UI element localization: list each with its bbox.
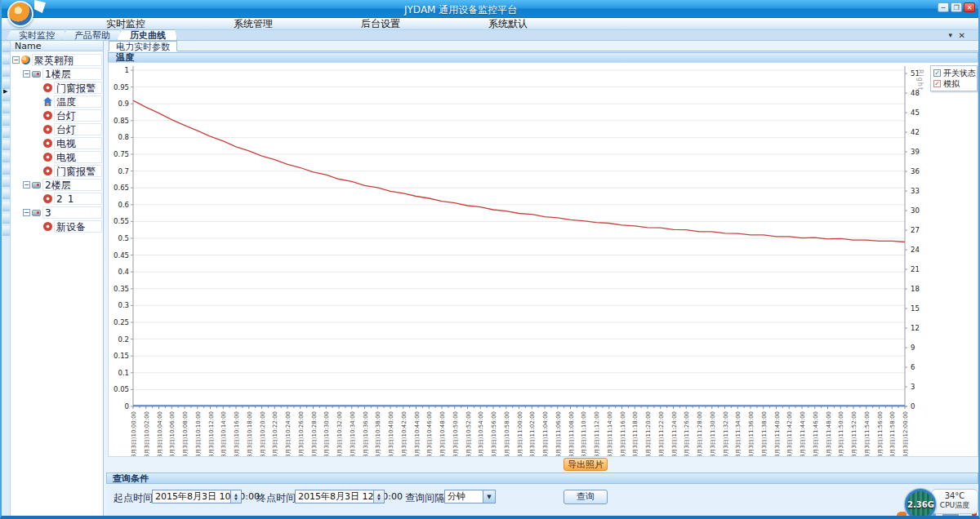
tree-node-label[interactable]: 1楼层 xyxy=(42,68,102,80)
tree-node[interactable]: 新设备 xyxy=(11,220,103,233)
svg-text:24: 24 xyxy=(911,246,920,254)
export-image-button[interactable]: 导出照片 xyxy=(564,458,608,471)
menu-bar: 实时监控系统管理后台设置系统默认 xyxy=(2,18,978,30)
svg-text:(8月3日)11:14:00: (8月3日)11:14:00 xyxy=(607,411,613,456)
svg-text:(8月3日)10:58:00: (8月3日)10:58:00 xyxy=(504,411,510,456)
query-conditions-header: 查询条件 xyxy=(106,472,978,484)
svg-text:39: 39 xyxy=(911,148,920,156)
svg-text:21: 21 xyxy=(911,265,920,273)
tree-node-label[interactable]: 2楼层 xyxy=(42,179,102,191)
tree-node[interactable]: 台灯 xyxy=(11,109,103,122)
interval-label: 查询间隔 xyxy=(405,491,444,505)
tree-node-label[interactable]: 门窗报警 xyxy=(54,82,102,94)
svg-text:18: 18 xyxy=(911,285,920,293)
tree-node[interactable]: −1楼层 xyxy=(11,67,103,81)
tree-expander-icon[interactable]: − xyxy=(23,209,30,216)
query-button[interactable]: 查询 xyxy=(564,490,608,504)
svg-text:0.65: 0.65 xyxy=(114,184,129,192)
legend-checkbox[interactable]: ✓ xyxy=(933,80,941,87)
svg-text:0.5: 0.5 xyxy=(118,234,129,242)
svg-text:(8月3日)10:20:00: (8月3日)10:20:00 xyxy=(260,411,266,456)
svg-text:(8月3日)10:16:00: (8月3日)10:16:00 xyxy=(234,411,240,456)
tree-node[interactable]: 台灯 xyxy=(11,122,103,136)
tree-node-label[interactable]: 聚英翱翔 xyxy=(32,54,102,66)
svg-text:(8月3日)10:18:00: (8月3日)10:18:00 xyxy=(247,411,253,456)
svg-text:0: 0 xyxy=(911,402,915,410)
start-time-label: 起点时间 xyxy=(114,491,153,505)
svg-text:0.1: 0.1 xyxy=(118,369,129,377)
device-icon xyxy=(32,182,41,189)
tree-node[interactable]: 电视 xyxy=(11,136,103,150)
close-button[interactable]: ✕ xyxy=(964,2,975,12)
menu-item[interactable]: 后台设置 xyxy=(361,18,400,30)
tree-node[interactable]: 门窗报警 xyxy=(11,164,103,178)
tree-node-label[interactable]: 台灯 xyxy=(54,109,102,122)
svg-text:(8月3日)11:06:00: (8月3日)11:06:00 xyxy=(555,411,562,456)
tree-header[interactable]: Name xyxy=(11,41,103,51)
tree-node-label[interactable]: 新设备 xyxy=(54,220,102,233)
tree-expander-icon[interactable]: − xyxy=(12,56,20,64)
tab[interactable]: 历史曲线 xyxy=(117,29,177,40)
tab-close-icon[interactable]: ✕ xyxy=(959,31,965,40)
tree-node[interactable]: 2_1 xyxy=(11,192,103,206)
svg-text:0.95: 0.95 xyxy=(114,83,129,91)
select-arrow-icon[interactable]: ▼ xyxy=(483,490,496,503)
tree-node[interactable]: 门窗报警 xyxy=(11,81,103,95)
tree-node[interactable]: 温度 xyxy=(11,95,103,109)
menu-item[interactable]: 系统默认 xyxy=(488,18,528,30)
legend-label: 模拟 xyxy=(943,78,960,90)
svg-text:0.8: 0.8 xyxy=(118,133,129,141)
svg-text:(8月3日)11:02:00: (8月3日)11:02:00 xyxy=(529,411,536,456)
tree-node-label[interactable]: 台灯 xyxy=(54,123,102,135)
svg-text:0.35: 0.35 xyxy=(114,285,129,293)
tree-node[interactable]: −3 xyxy=(11,206,103,220)
tab-list-dropdown-icon[interactable]: ▾ xyxy=(948,31,952,39)
app-window: JYDAM 通用设备监控平台 ─ ❐ ✕ 实时监控系统管理后台设置系统默认 ▾ … xyxy=(0,0,980,519)
svg-text:0.85: 0.85 xyxy=(114,117,129,125)
device-tree-panel: Name −聚英翱翔−1楼层门窗报警温度台灯台灯电视电视门窗报警−2楼层2_1−… xyxy=(11,41,104,519)
tree-node-label[interactable]: 2_1 xyxy=(54,193,102,205)
tree-node-label[interactable]: 3 xyxy=(42,206,102,219)
svg-text:(8月3日)11:08:00: (8月3日)11:08:00 xyxy=(568,411,575,456)
tree-node[interactable]: −2楼层 xyxy=(11,178,103,192)
legend-checkbox[interactable]: ✓ xyxy=(933,69,941,77)
collapse-arrow-icon[interactable]: ▶ xyxy=(3,88,7,95)
minimize-button[interactable]: ─ xyxy=(938,2,949,12)
fan-icon xyxy=(43,194,52,203)
fan-icon xyxy=(43,153,52,162)
svg-text:0.6: 0.6 xyxy=(118,201,129,209)
fan-icon xyxy=(43,111,52,120)
tree-expander-icon[interactable]: − xyxy=(23,181,30,189)
end-time-input[interactable]: 2015年8月3日 12:00:00 xyxy=(295,490,374,503)
spin-down-icon[interactable]: ▼ xyxy=(234,497,238,501)
svg-text:0.55: 0.55 xyxy=(114,217,129,225)
start-time-input[interactable]: 2015年8月3日 10:00:00 xyxy=(152,490,231,503)
end-time-spinner[interactable]: ▲ ▼ xyxy=(374,490,385,503)
splitter-tiles xyxy=(2,42,10,238)
svg-text:(8月3日)11:28:00: (8月3日)11:28:00 xyxy=(697,411,703,456)
tree-expander-icon[interactable]: − xyxy=(23,70,30,78)
restore-button[interactable]: ❐ xyxy=(951,2,962,12)
svg-text:36: 36 xyxy=(911,167,920,175)
interval-select[interactable]: 分钟 xyxy=(444,490,483,503)
tab[interactable]: 产品帮助 xyxy=(61,29,122,40)
menu-item[interactable]: 实时监控 xyxy=(106,18,145,30)
tree-node[interactable]: −聚英翱翔 xyxy=(11,53,103,67)
svg-text:(8月3日)11:58:00: (8月3日)11:58:00 xyxy=(889,411,896,456)
tree-node-label[interactable]: 温度 xyxy=(54,95,102,108)
tab[interactable]: 实时监控 xyxy=(6,29,66,40)
panel-splitter[interactable]: ▶ xyxy=(2,41,11,519)
tab-power-realtime-params[interactable]: 电力实时参数 xyxy=(109,41,177,51)
spin-down-icon[interactable]: ▼ xyxy=(377,497,381,501)
svg-text:(8月3日)10:26:00: (8月3日)10:26:00 xyxy=(298,411,305,456)
svg-text:0.75: 0.75 xyxy=(114,150,129,158)
tree-node-label[interactable]: 电视 xyxy=(54,151,102,163)
tree-node-label[interactable]: 门窗报警 xyxy=(54,165,102,177)
start-time-spinner[interactable]: ▲ ▼ xyxy=(231,490,242,503)
tree-node-label[interactable]: 电视 xyxy=(54,137,102,149)
fan-icon xyxy=(43,166,52,175)
tree-rows: −聚英翱翔−1楼层门窗报警温度台灯台灯电视电视门窗报警−2楼层2_1−3新设备 xyxy=(11,53,103,233)
menu-item[interactable]: 系统管理 xyxy=(234,18,273,30)
tree-node[interactable]: 电视 xyxy=(11,150,103,164)
svg-text:15: 15 xyxy=(911,304,920,313)
